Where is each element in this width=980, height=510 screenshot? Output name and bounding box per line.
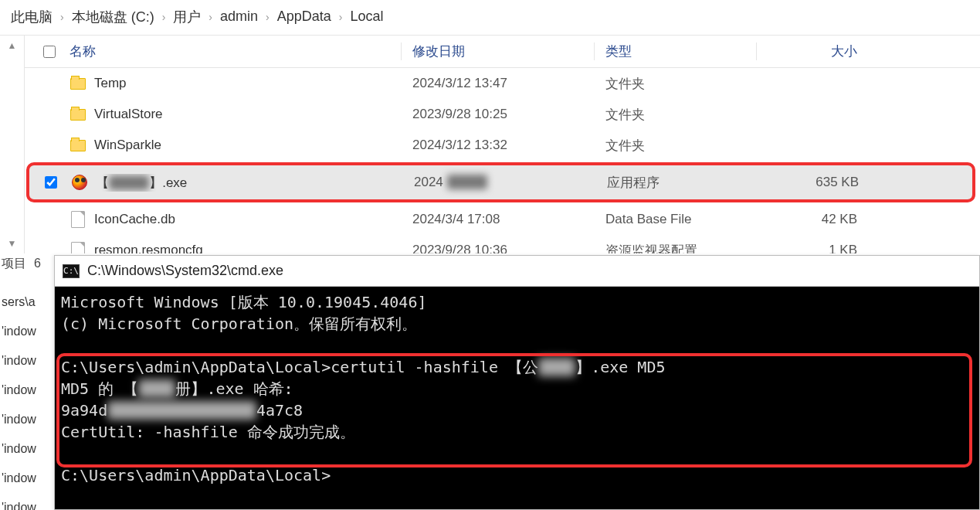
exe-icon bbox=[71, 174, 88, 191]
file-date: 2024/3/12 13:32 bbox=[402, 138, 595, 153]
file-name: Temp bbox=[94, 76, 127, 91]
cmd-output[interactable]: Microsoft Windows [版本 10.0.19045.4046] (… bbox=[55, 287, 979, 509]
file-icon bbox=[70, 211, 86, 228]
chevron-right-icon: › bbox=[162, 11, 166, 23]
file-name: resmon.resmoncfg bbox=[94, 243, 203, 253]
file-type: Data Base File bbox=[595, 212, 757, 227]
breadcrumb-item[interactable]: Local bbox=[350, 8, 383, 25]
scrollbar-gutter[interactable]: ▲ ▼ bbox=[0, 36, 25, 253]
breadcrumb[interactable]: 此电脑 › 本地磁盘 (C:) › 用户 › admin › AppData ›… bbox=[0, 0, 980, 36]
column-date[interactable]: 修改日期 bbox=[402, 42, 595, 60]
cmd-titlebar[interactable]: C:\ C:\Windows\System32\cmd.exe bbox=[55, 256, 979, 287]
file-list[interactable]: 名称 修改日期 类型 大小 Temp 2024/3/12 13:47 文件夹 V… bbox=[25, 36, 980, 253]
file-date: 2024/3/12 13:47 bbox=[402, 76, 595, 91]
file-date: 2024/3/4 17:08 bbox=[402, 212, 595, 227]
file-type: 应用程序 bbox=[596, 174, 758, 192]
file-type: 文件夹 bbox=[595, 75, 757, 93]
scroll-down-icon[interactable]: ▼ bbox=[8, 238, 17, 249]
cmd-title-text: C:\Windows\System32\cmd.exe bbox=[87, 263, 283, 279]
chevron-right-icon: › bbox=[339, 11, 343, 23]
column-size[interactable]: 大小 bbox=[757, 42, 880, 60]
file-date: 2024 ████ bbox=[403, 175, 596, 190]
cmd-window[interactable]: C:\ C:\Windows\System32\cmd.exe Microsof… bbox=[54, 255, 980, 510]
chevron-right-icon: › bbox=[209, 11, 212, 23]
file-date: 2023/9/28 10:25 bbox=[402, 107, 595, 122]
status-count: 6 bbox=[34, 257, 41, 270]
file-size: 1 KB bbox=[757, 243, 880, 253]
file-name: 【████】.exe bbox=[96, 174, 187, 192]
file-row[interactable]: resmon.resmoncfg 2023/9/28 10:36 资源监视器配置… bbox=[25, 235, 980, 253]
scroll-up-icon[interactable]: ▲ bbox=[8, 40, 17, 51]
redacted-text: ████ bbox=[447, 175, 487, 189]
file-row[interactable]: Temp 2024/3/12 13:47 文件夹 bbox=[25, 68, 980, 99]
redacted-text: ████ bbox=[538, 358, 575, 376]
redacted-text: ████████████████ bbox=[107, 401, 256, 420]
file-name: VirtualStore bbox=[94, 107, 163, 122]
file-row-selected[interactable]: 【████】.exe 2024 ████ 应用程序 635 KB bbox=[26, 162, 975, 202]
column-name[interactable]: 名称 bbox=[70, 42, 402, 60]
file-type: 资源监视器配置 bbox=[595, 242, 757, 254]
column-type[interactable]: 类型 bbox=[595, 42, 757, 60]
select-all-checkbox[interactable] bbox=[43, 46, 70, 58]
file-size: 635 KB bbox=[758, 175, 882, 190]
redacted-text: ████ bbox=[138, 379, 175, 398]
file-type: 文件夹 bbox=[595, 106, 757, 124]
cmd-icon: C:\ bbox=[63, 264, 80, 278]
file-type: 文件夹 bbox=[595, 137, 757, 155]
breadcrumb-item[interactable]: AppData bbox=[277, 8, 331, 25]
status-label: 项目 bbox=[2, 256, 26, 272]
file-name: IconCache.db bbox=[94, 212, 175, 227]
folder-icon bbox=[70, 137, 86, 154]
redacted-text: ████ bbox=[109, 175, 149, 190]
file-date: 2023/9/28 10:36 bbox=[402, 243, 595, 253]
file-icon bbox=[70, 242, 86, 253]
file-size: 42 KB bbox=[757, 212, 880, 227]
breadcrumb-item[interactable]: 用户 bbox=[173, 8, 201, 26]
folder-icon bbox=[70, 106, 86, 123]
breadcrumb-item[interactable]: admin bbox=[220, 8, 258, 25]
file-row[interactable]: IconCache.db 2024/3/4 17:08 Data Base Fi… bbox=[25, 204, 980, 235]
column-header-row: 名称 修改日期 类型 大小 bbox=[25, 36, 980, 68]
background-window-labels: sers\a 'indow 'indow 'indow 'indow 'indo… bbox=[0, 287, 54, 510]
chevron-right-icon: › bbox=[266, 11, 270, 23]
chevron-right-icon: › bbox=[60, 11, 64, 23]
breadcrumb-item[interactable]: 此电脑 bbox=[11, 8, 53, 26]
file-row[interactable]: WinSparkle 2024/3/12 13:32 文件夹 bbox=[25, 130, 980, 161]
row-checkbox[interactable] bbox=[45, 176, 57, 189]
breadcrumb-item[interactable]: 本地磁盘 (C:) bbox=[72, 8, 154, 26]
folder-icon bbox=[70, 75, 86, 92]
file-row[interactable]: VirtualStore 2023/9/28 10:25 文件夹 bbox=[25, 99, 980, 130]
file-name: WinSparkle bbox=[94, 138, 161, 153]
